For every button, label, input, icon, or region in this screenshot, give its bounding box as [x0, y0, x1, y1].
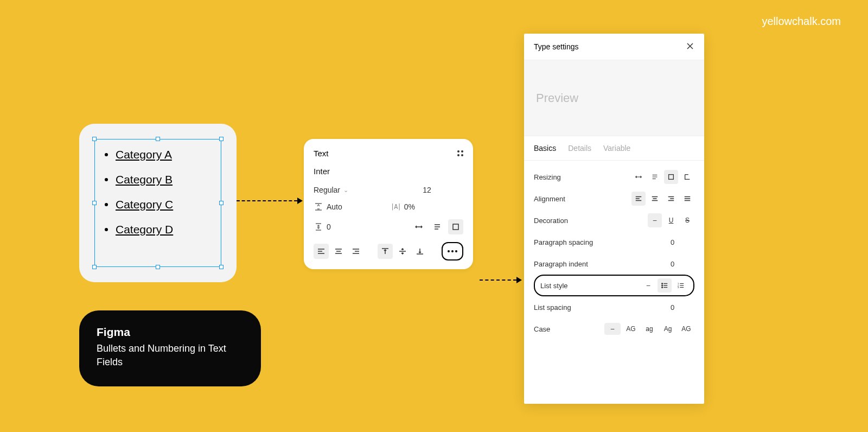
list-style-none-option[interactable]: –: [641, 278, 655, 293]
list-style-bulleted-option[interactable]: [658, 278, 672, 293]
bullet-icon: [105, 203, 108, 206]
case-label: Case: [534, 325, 604, 333]
list-item-label: Category B: [116, 173, 173, 186]
list-spacing-label: List spacing: [534, 303, 667, 312]
arrow-canvas-to-text-panel: [237, 200, 303, 201]
paragraph-spacing-input[interactable]: 0: [667, 238, 694, 246]
style-picker-icon[interactable]: [457, 150, 463, 156]
resize-auto-height-button[interactable]: [430, 219, 445, 234]
resize-fixed-button[interactable]: [448, 219, 463, 234]
case-none-option[interactable]: –: [604, 323, 621, 335]
line-height-value: Auto: [327, 202, 342, 211]
list-item[interactable]: Category A: [105, 148, 211, 161]
resize-fixed-option[interactable]: [664, 170, 678, 184]
resize-handle-top-mid[interactable]: [156, 137, 160, 141]
font-size-input[interactable]: 12: [391, 186, 463, 194]
resize-auto-width-option[interactable]: [631, 170, 646, 184]
list-spacing-row: List spacing 0: [534, 296, 694, 318]
case-smallcaps-option[interactable]: AG: [678, 323, 694, 335]
bullet-icon: [105, 178, 108, 181]
align-left-option[interactable]: [631, 192, 646, 206]
line-height-input[interactable]: Auto: [314, 202, 386, 212]
list-item-label: Category C: [116, 198, 173, 211]
list-item[interactable]: Category C: [105, 198, 211, 211]
paragraph-spacing-input[interactable]: 0: [314, 222, 386, 232]
vertical-align-middle-button[interactable]: [395, 244, 410, 259]
list-item[interactable]: Category D: [105, 223, 211, 236]
svg-point-2: [662, 283, 663, 284]
decoration-label: Decoration: [534, 217, 648, 225]
line-height-icon: [314, 202, 323, 212]
svg-point-3: [662, 285, 663, 286]
list-style-numbered-option[interactable]: 123: [674, 278, 688, 293]
vertical-align-top-button[interactable]: [378, 244, 393, 259]
list-item[interactable]: Category B: [105, 173, 211, 186]
letter-spacing-icon: |A|: [391, 203, 401, 211]
bullet-icon: [105, 153, 108, 156]
paragraph-spacing-row: Paragraph spacing 0: [534, 231, 694, 253]
close-button[interactable]: [686, 41, 694, 52]
paragraph-indent-input[interactable]: 0: [667, 260, 694, 268]
tab-variable[interactable]: Variable: [603, 144, 630, 153]
tab-basics[interactable]: Basics: [534, 144, 556, 153]
letter-spacing-input[interactable]: |A| 0%: [391, 202, 463, 211]
preview-area: Preview: [524, 60, 704, 136]
align-right-option[interactable]: [664, 192, 678, 206]
resize-handle-top-right[interactable]: [219, 137, 224, 141]
resize-handle-top-left[interactable]: [92, 137, 97, 141]
type-settings-panel: Type settings Preview Basics Details Var…: [524, 34, 704, 404]
resize-handle-left-mid[interactable]: [92, 201, 97, 205]
type-settings-more-button[interactable]: [442, 242, 463, 261]
alignment-row: Alignment: [534, 188, 694, 209]
case-lowercase-option[interactable]: ag: [641, 323, 658, 335]
text-properties-panel: Text Inter Regular ⌄ 12 Auto |A| 0% 0: [304, 139, 473, 269]
tab-details[interactable]: Details: [568, 144, 591, 153]
close-icon: [686, 42, 694, 50]
align-justify-option[interactable]: [680, 192, 694, 206]
bullet-icon: [105, 228, 108, 231]
type-settings-tabs: Basics Details Variable: [524, 136, 704, 161]
align-center-option[interactable]: [648, 192, 662, 206]
arrow-more-to-type-settings: [480, 279, 522, 280]
svg-text:3: 3: [678, 286, 679, 289]
caption-title: Figma: [97, 326, 244, 339]
svg-rect-0: [453, 224, 458, 230]
text-align-left-button[interactable]: [314, 244, 329, 259]
resize-truncate-option[interactable]: [680, 170, 694, 184]
font-family-select[interactable]: Inter: [314, 167, 463, 176]
resize-handle-bottom-mid[interactable]: [156, 265, 160, 269]
list-item-label: Category A: [116, 148, 172, 161]
resizing-row: Resizing: [534, 166, 694, 188]
text-align-center-button[interactable]: [331, 244, 346, 259]
case-uppercase-option[interactable]: AG: [623, 323, 639, 335]
list-style-row: List style – 123: [534, 275, 694, 296]
selection-bounding-box[interactable]: Category A Category B Category C Categor…: [94, 139, 221, 267]
resize-handle-right-mid[interactable]: [219, 201, 224, 205]
bullet-list[interactable]: Category A Category B Category C Categor…: [95, 139, 221, 245]
decoration-underline-option[interactable]: U: [664, 213, 678, 227]
resize-auto-width-button[interactable]: [411, 219, 426, 234]
vertical-align-bottom-button[interactable]: [412, 244, 427, 259]
list-spacing-input[interactable]: 0: [667, 303, 694, 312]
decoration-row: Decoration – U S: [534, 209, 694, 231]
chevron-down-icon: ⌄: [343, 187, 348, 194]
strikethrough-icon: S: [685, 217, 690, 224]
text-align-right-button[interactable]: [348, 244, 363, 259]
font-weight-select[interactable]: Regular ⌄: [314, 186, 386, 194]
case-row: Case – AG ag Ag AG: [534, 318, 694, 340]
caption-card: Figma Bullets and Numbering in Text Fiel…: [79, 310, 261, 386]
paragraph-spacing-value: 0: [327, 223, 331, 231]
paragraph-spacing-label: Paragraph spacing: [534, 238, 667, 246]
case-titlecase-option[interactable]: Ag: [660, 323, 676, 335]
decoration-none-option[interactable]: –: [648, 213, 662, 227]
resize-handle-bottom-right[interactable]: [219, 265, 224, 269]
type-settings-title: Type settings: [534, 42, 579, 51]
paragraph-spacing-icon: [314, 222, 323, 232]
underline-icon: U: [669, 217, 674, 224]
decoration-strikethrough-option[interactable]: S: [680, 213, 694, 227]
resize-auto-height-option[interactable]: [648, 170, 662, 184]
font-size-value: 12: [423, 186, 431, 194]
svg-rect-1: [669, 175, 674, 180]
resize-handle-bottom-left[interactable]: [92, 265, 97, 269]
list-item-label: Category D: [116, 223, 173, 236]
